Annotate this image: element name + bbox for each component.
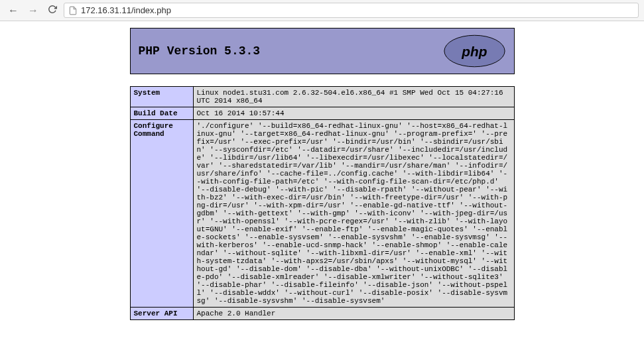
url-bar[interactable]: 172.16.31.11/index.php xyxy=(64,3,639,18)
forward-button[interactable]: → xyxy=(25,3,41,18)
php-logo: php xyxy=(443,34,506,68)
row-label: Configure Command xyxy=(130,120,193,308)
row-label: Build Date xyxy=(130,107,193,120)
row-label: System xyxy=(130,87,193,107)
php-header: PHP Version 5.3.3 php xyxy=(130,28,515,74)
phpinfo-container: PHP Version 5.3.3 php SystemLinux node1.… xyxy=(130,28,515,320)
row-label: Server API xyxy=(130,308,193,320)
row-value: Oct 16 2014 10:57:44 xyxy=(193,107,514,120)
content-area: PHP Version 5.3.3 php SystemLinux node1.… xyxy=(0,21,644,320)
reload-button[interactable] xyxy=(45,3,60,17)
table-row: SystemLinux node1.stu31.com 2.6.32-504.e… xyxy=(130,87,514,107)
table-row: Configure Command'./configure' '--build=… xyxy=(130,120,514,308)
svg-text:php: php xyxy=(461,44,487,59)
row-value: './configure' '--build=x86_64-redhat-lin… xyxy=(193,120,514,308)
info-table: SystemLinux node1.stu31.com 2.6.32-504.e… xyxy=(130,86,515,320)
row-value: Linux node1.stu31.com 2.6.32-504.el6.x86… xyxy=(193,87,514,107)
page-icon xyxy=(68,6,78,15)
page-title: PHP Version 5.3.3 xyxy=(139,44,261,58)
back-button[interactable]: ← xyxy=(5,3,21,18)
table-row: Server APIApache 2.0 Handler xyxy=(130,308,514,320)
row-value: Apache 2.0 Handler xyxy=(193,308,514,320)
table-row: Build DateOct 16 2014 10:57:44 xyxy=(130,107,514,120)
browser-toolbar: ← → 172.16.31.11/index.php xyxy=(0,0,644,21)
url-text: 172.16.31.11/index.php xyxy=(81,5,171,15)
